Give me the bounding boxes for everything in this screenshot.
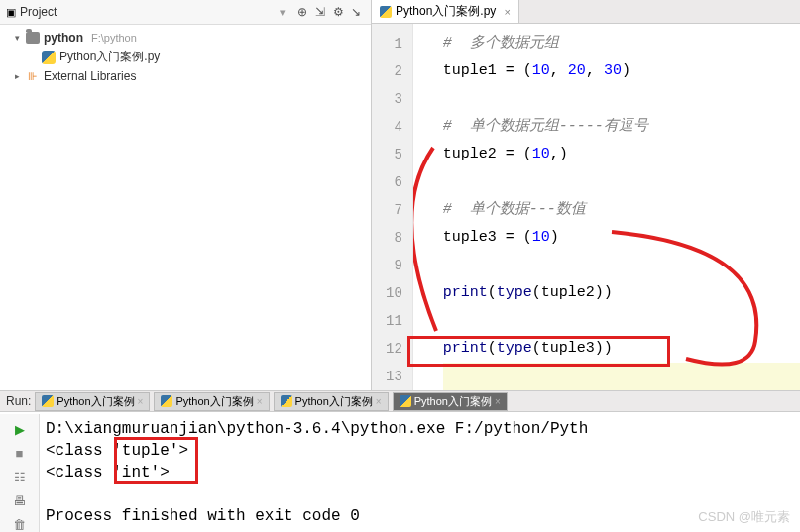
editor-tab[interactable]: Python入门案例.py × [372,0,519,23]
console-exit: Process finished with exit code 0 [46,505,794,527]
run-config-tab[interactable]: Python入门案例× [35,392,150,411]
collapse-icon[interactable]: ⇲ [311,3,329,21]
run-config-tab[interactable]: Python入门案例× [393,392,508,411]
close-icon[interactable]: × [138,396,144,407]
stop-button[interactable]: ■ [11,444,29,462]
library-icon: ⊪ [26,69,40,83]
gear-icon[interactable]: ⚙ [329,3,347,21]
print-button[interactable]: 🖶 [11,491,29,509]
external-libs-node[interactable]: ▸ ⊪ External Libraries [0,67,371,85]
python-file-icon [42,51,56,64]
layout-button[interactable]: ☷ [11,468,29,485]
external-libs-label: External Libraries [44,69,136,83]
line-gutter: 1 2 3 4 5 6 7 8 9 10 11 12 13 14 [372,24,413,411]
project-header: ▣ Project ▾ ⊕ ⇲ ⚙ ↘ [0,0,371,25]
editor-tab-label: Python入门案例.py [396,3,496,20]
project-root-label: python [44,31,83,45]
rerun-button[interactable]: ▶ [11,420,29,438]
clear-button[interactable]: 🗑 [11,515,29,532]
project-tool-window: ▣ Project ▾ ⊕ ⇲ ⚙ ↘ ▾ python F:\python P… [0,0,372,411]
run-config-tab[interactable]: Python入门案例× [274,392,389,411]
python-file-icon [161,395,172,407]
editor-tabbar: Python入门案例.py × [372,0,800,24]
hide-icon[interactable]: ↘ [347,3,365,21]
target-icon[interactable]: ⊕ [293,3,311,21]
close-icon[interactable]: × [257,396,263,407]
run-toolbar: ▶ ■ ☷ 🖶 🗑 [0,414,40,532]
project-file-node[interactable]: Python入门案例.py [0,47,371,67]
folder-icon [26,32,40,44]
project-file-label: Python入门案例.py [59,49,160,65]
python-file-icon [380,6,392,18]
close-icon[interactable]: × [376,396,382,407]
python-file-icon [42,395,54,407]
run-label: Run: [6,394,31,408]
project-root-node[interactable]: ▾ python F:\python [0,29,371,47]
code-editor[interactable]: 1 2 3 4 5 6 7 8 9 10 11 12 13 14 # 多个数据元… [372,24,800,411]
project-title: Project [20,5,280,19]
watermark: CSDN @唯元素 [698,508,790,526]
editor-pane: Python入门案例.py × 1 2 3 4 5 6 7 8 9 10 11 … [372,0,800,411]
console-line: <class 'int'> [46,462,794,483]
chevron-down-icon[interactable]: ▾ [12,33,22,43]
close-icon[interactable]: × [500,6,510,18]
run-tool-window: Run: Python入门案例× Python入门案例× Python入门案例×… [0,412,800,532]
close-icon[interactable]: × [495,396,501,407]
chevron-right-icon[interactable]: ▸ [12,71,22,81]
console-line: <class 'tuple'> [46,440,794,462]
run-config-tab[interactable]: Python入门案例× [154,392,269,411]
python-file-icon [400,395,411,407]
python-file-icon [281,395,292,407]
project-tree: ▾ python F:\python Python入门案例.py ▸ ⊪ Ext… [0,25,371,89]
code-body[interactable]: # 多个数据元组 tuple1 = (10, 20, 30) # 单个数据元组-… [413,24,800,411]
project-root-path: F:\python [91,32,137,44]
console-command: D:\xiangmuruanjian\python-3.6.4\python.e… [46,418,794,440]
run-header: Run: Python入门案例× Python入门案例× Python入门案例×… [0,390,800,412]
console-output[interactable]: D:\xiangmuruanjian\python-3.6.4\python.e… [40,414,800,532]
